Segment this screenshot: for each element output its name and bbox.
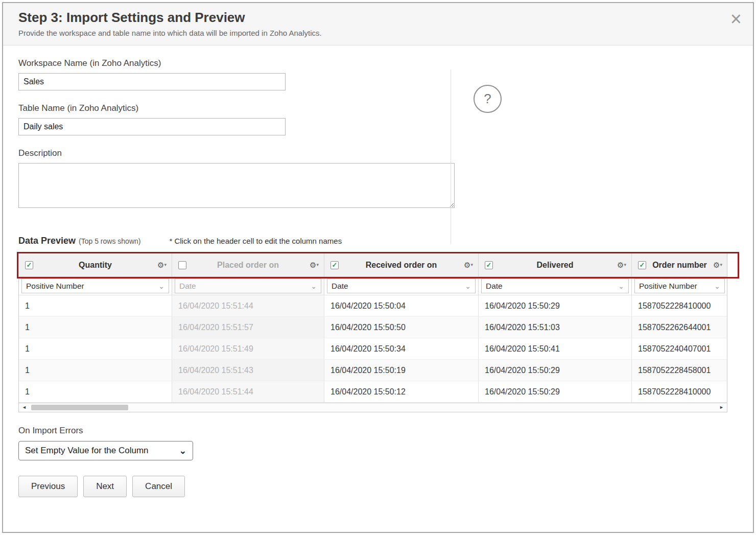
data-preview-table: ✓Quantity⚙▾Positive Number⌄11111Placed o…: [18, 253, 727, 412]
description-textarea[interactable]: [18, 163, 455, 208]
gear-button[interactable]: ⚙▾: [464, 261, 473, 270]
column-type-select[interactable]: Positive Number⌄: [21, 278, 169, 293]
column-header[interactable]: ✓Order number⚙▾: [632, 253, 727, 277]
vertical-divider: [451, 69, 451, 244]
column-name[interactable]: Received order on: [339, 261, 464, 270]
column-checkbox[interactable]: ✓: [485, 261, 493, 269]
table-cell: 1: [19, 381, 172, 403]
column-header[interactable]: ✓Quantity⚙▾: [19, 253, 172, 277]
caret-down-icon: ▾: [470, 262, 473, 267]
table-cell: 16/04/2020 15:50:29: [479, 381, 632, 403]
table-cell: 1587052228410000: [632, 295, 727, 317]
chevron-down-icon: ⌄: [711, 282, 720, 290]
on-import-errors-value: Set Empty Value for the Column: [25, 446, 149, 456]
column-type-label: Date: [332, 282, 348, 291]
column-type-cell: Date⌄: [479, 277, 632, 295]
column-type-label: Positive Number: [639, 282, 697, 291]
on-import-errors-label: On Import Errors: [18, 426, 738, 436]
chevron-down-icon: ⌄: [155, 282, 164, 290]
column-type-label: Date: [486, 282, 503, 291]
table-cell: 1587052262644001: [632, 317, 727, 338]
scroll-right-icon[interactable]: ►: [719, 405, 724, 410]
table-cell: 16/04/2020 15:50:29: [479, 360, 632, 381]
table-cell: 16/04/2020 15:51:44: [172, 295, 324, 317]
table-cell: 1587052240407001: [632, 338, 727, 360]
caret-down-icon: ▾: [164, 262, 167, 267]
gear-button[interactable]: ⚙▾: [310, 261, 319, 270]
table-cell: 16/04/2020 15:50:12: [324, 381, 479, 403]
scrollbar-thumb[interactable]: [31, 405, 128, 410]
cancel-button[interactable]: Cancel: [132, 476, 185, 497]
column-type-label: Positive Number: [26, 282, 84, 291]
chevron-down-icon: ⌄: [615, 282, 624, 290]
next-button[interactable]: Next: [83, 476, 127, 497]
column-header[interactable]: ✓Received order on⚙▾: [324, 253, 479, 277]
table-cell: 1587052228410000: [632, 381, 727, 403]
table-cell: 16/04/2020 15:51:49: [172, 338, 324, 360]
chevron-down-icon: ⌄: [179, 446, 186, 456]
action-buttons: Previous Next Cancel: [18, 476, 738, 497]
table-cell: 1: [19, 317, 172, 338]
workspace-name-input[interactable]: [18, 73, 286, 90]
column-checkbox[interactable]: ✓: [25, 261, 33, 269]
help-icon[interactable]: ?: [474, 85, 502, 113]
caret-down-icon: ▾: [316, 262, 319, 267]
column-name[interactable]: Placed order on: [186, 261, 310, 270]
data-preview-hint: * Click on the header cell to edit the c…: [169, 237, 342, 245]
data-preview-title: Data Preview: [18, 236, 76, 246]
table-cell: 16/04/2020 15:50:50: [324, 317, 479, 338]
column-header[interactable]: ✓Delivered⚙▾: [479, 253, 632, 277]
gear-icon: ⚙: [464, 261, 470, 270]
table-cell: 16/04/2020 15:50:34: [324, 338, 479, 360]
scroll-left-icon[interactable]: ◄: [22, 405, 27, 410]
column-header[interactable]: Placed order on⚙▾: [172, 253, 324, 277]
gear-button[interactable]: ⚙▾: [617, 261, 626, 270]
column-name[interactable]: Delivered: [493, 261, 617, 270]
horizontal-scrollbar[interactable]: ◄ ►: [19, 403, 727, 412]
page-subtitle: Provide the workspace and table name int…: [18, 29, 738, 37]
column-type-cell: Positive Number⌄: [19, 277, 172, 295]
workspace-name-label: Workspace Name (in Zoho Analytics): [18, 58, 738, 68]
column-type-cell: Positive Number⌄: [632, 277, 727, 295]
column-type-select[interactable]: Date⌄: [175, 278, 321, 293]
column-type-label: Date: [179, 282, 196, 291]
table-cell: 1: [19, 360, 172, 381]
table-cell: 16/04/2020 15:50:19: [324, 360, 479, 381]
column-type-cell: Date⌄: [324, 277, 479, 295]
table-cell: 16/04/2020 15:51:57: [172, 317, 324, 338]
gear-icon: ⚙: [310, 261, 316, 270]
table-cell: 1: [19, 295, 172, 317]
column-type-select[interactable]: Date⌄: [481, 278, 629, 293]
gear-icon: ⚙: [617, 261, 624, 270]
column-checkbox[interactable]: [178, 261, 186, 269]
table-cell: 16/04/2020 15:50:41: [479, 338, 632, 360]
page-title: Step 3: Import Settings and Preview: [18, 10, 738, 26]
table-cell: 16/04/2020 15:51:44: [172, 381, 324, 403]
column-checkbox[interactable]: ✓: [330, 261, 339, 269]
dialog-body: ? Workspace Name (in Zoho Analytics) Tab…: [3, 58, 753, 497]
column-name[interactable]: Quantity: [33, 261, 157, 270]
previous-button[interactable]: Previous: [18, 476, 78, 497]
caret-down-icon: ▾: [624, 262, 626, 267]
table-cell: 16/04/2020 15:50:29: [479, 295, 632, 317]
column-checkbox[interactable]: ✓: [638, 261, 646, 269]
description-label: Description: [18, 148, 738, 158]
gear-icon: ⚙: [157, 261, 164, 270]
table-name-input[interactable]: [18, 118, 286, 135]
on-import-errors-select[interactable]: Set Empty Value for the Column ⌄: [18, 441, 193, 460]
caret-down-icon: ▾: [720, 262, 722, 267]
close-icon[interactable]: ×: [730, 11, 742, 27]
table-cell: 1: [19, 338, 172, 360]
column-type-select[interactable]: Date⌄: [327, 278, 476, 293]
import-settings-dialog: Step 3: Import Settings and Preview Prov…: [2, 2, 754, 533]
table-name-label: Table Name (in Zoho Analytics): [18, 103, 738, 113]
dialog-header: Step 3: Import Settings and Preview Prov…: [3, 3, 753, 45]
column-type-select[interactable]: Positive Number⌄: [634, 278, 725, 293]
table-cell: 16/04/2020 15:51:43: [172, 360, 324, 381]
data-preview-heading: Data Preview (Top 5 rows shown) * Click …: [18, 236, 738, 246]
chevron-down-icon: ⌄: [308, 282, 317, 290]
column-type-cell: Date⌄: [172, 277, 324, 295]
column-name[interactable]: Order number: [646, 261, 713, 270]
gear-button[interactable]: ⚙▾: [713, 261, 722, 270]
gear-button[interactable]: ⚙▾: [157, 261, 167, 270]
